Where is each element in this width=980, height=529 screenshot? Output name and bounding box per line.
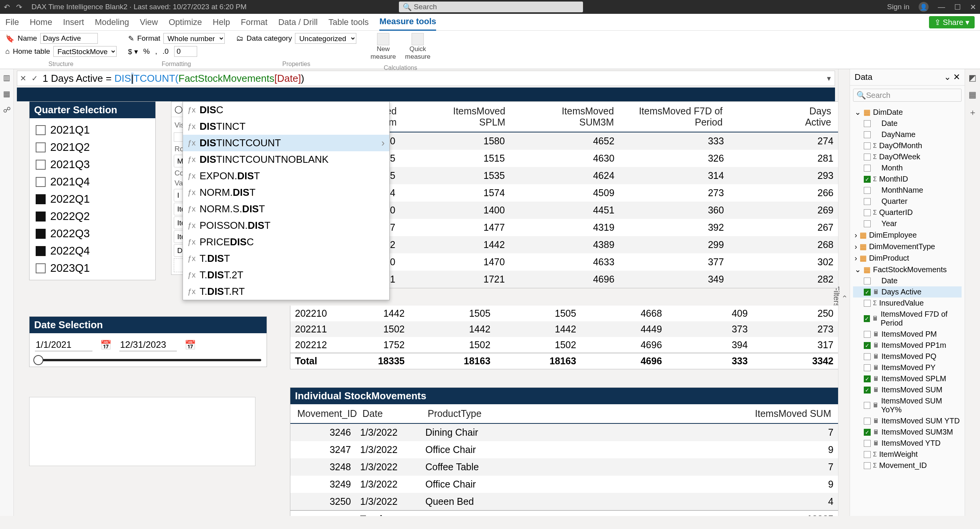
main-matrix-tail-rows[interactable]: 2022101442150515054668409250202211150214…	[290, 306, 838, 369]
checkbox-icon[interactable]	[36, 212, 46, 222]
quarter-item[interactable]: 2022Q2	[30, 208, 155, 225]
checkbox[interactable]	[864, 154, 871, 160]
ribbon-tab-insert[interactable]: Insert	[63, 14, 84, 30]
field-node[interactable]: 🖩ItemsMoved SUM YTD	[853, 415, 962, 427]
quarter-item[interactable]: 2023Q1	[30, 260, 155, 277]
date-to-input[interactable]	[119, 339, 177, 351]
share-button[interactable]: ⇪ Share ▾	[929, 16, 975, 28]
checkbox[interactable]	[864, 353, 871, 360]
checkbox[interactable]	[864, 300, 871, 307]
chevron-down-icon[interactable]: ⌄	[944, 72, 951, 82]
checkbox[interactable]	[864, 198, 871, 205]
decimal-icon[interactable]: .0	[163, 47, 169, 56]
field-node[interactable]: ΣMovement_ID	[853, 460, 962, 471]
table-row[interactable]: 32471/3/2022Office Chair9	[290, 441, 838, 458]
checkbox[interactable]: ✓	[864, 315, 870, 322]
checkbox[interactable]	[864, 220, 871, 227]
individual-movements-visual[interactable]: Individual StockMovements Movement_IDDat…	[290, 387, 838, 516]
field-node[interactable]: ✓🖩ItemsMoved SUM	[853, 384, 962, 395]
viz-type-icon[interactable]	[174, 132, 183, 142]
data-search-input[interactable]: 🔍 Search	[853, 89, 962, 102]
user-avatar-icon[interactable]: 👤	[919, 2, 929, 12]
table-node[interactable]: ⌄▦FactStockMovements	[853, 264, 962, 275]
checkbox[interactable]	[864, 402, 870, 409]
field-node[interactable]: ✓🖩ItemsMoved F7D of Period	[853, 309, 962, 329]
table-row[interactable]: 2022101442150515054668409250	[290, 306, 838, 321]
intellisense-popup[interactable]: ƒxDISCƒxDISTINCTƒxDISTINCTCOUNT›ƒxDISTIN…	[183, 101, 390, 300]
table-row[interactable]: 32481/3/2022Coffee Table7	[290, 458, 838, 476]
column-header[interactable]: ItemsMovedSPLM	[401, 106, 510, 128]
visualizations-icon[interactable]: ◩	[968, 73, 977, 83]
column-header[interactable]: Date	[358, 408, 423, 419]
checkbox[interactable]	[864, 440, 871, 447]
field-node[interactable]: ✓🖩Days Active	[853, 286, 962, 298]
intellisense-item[interactable]: ƒxEXPON.DIST	[183, 168, 389, 184]
date-from-input[interactable]	[35, 339, 92, 351]
field-node[interactable]: ΣItemWeight	[853, 449, 962, 460]
checkbox[interactable]	[864, 278, 871, 284]
checkbox[interactable]	[864, 165, 871, 172]
global-search[interactable]: 🔍 Search	[399, 2, 583, 12]
field-node[interactable]: ✓ΣMonthID	[853, 174, 962, 185]
field-node[interactable]: ΣDayOfWeek	[853, 151, 962, 162]
maximize-icon[interactable]: ☐	[954, 3, 961, 12]
signin-link[interactable]: Sign in	[887, 3, 909, 11]
intellisense-item[interactable]: ƒxDISC	[183, 102, 389, 118]
currency-icon[interactable]: $ ▾	[128, 47, 138, 56]
checkbox[interactable]	[864, 187, 871, 194]
table-view-icon[interactable]: ▦	[3, 89, 10, 98]
percent-icon[interactable]: %	[143, 47, 150, 56]
field-node[interactable]: Date	[853, 118, 962, 129]
quick-measure-button[interactable]: Quick measure	[402, 33, 433, 61]
close-icon[interactable]: ✕	[970, 3, 976, 12]
field-node[interactable]: 🖩ItemsMoved PQ	[853, 351, 962, 362]
checkbox[interactable]: ✓	[864, 387, 871, 393]
format-select[interactable]: Whole number	[163, 33, 225, 44]
checkbox[interactable]	[864, 451, 871, 458]
expand-filters-icon[interactable]: ‹	[841, 295, 850, 298]
commit-formula-icon[interactable]: ✓	[29, 74, 40, 83]
field-node[interactable]: ΣDayOfMonth	[853, 140, 962, 151]
ribbon-tab-home[interactable]: Home	[30, 14, 52, 30]
intellisense-item[interactable]: ƒxNORM.DIST	[183, 184, 389, 201]
empty-visual-placeholder[interactable]	[29, 397, 255, 466]
calendar-icon[interactable]: 📅	[100, 340, 112, 350]
checkbox-icon[interactable]	[36, 229, 46, 239]
quarter-item[interactable]: 2021Q2	[30, 139, 155, 156]
checkbox[interactable]: ✓	[864, 375, 871, 382]
date-slider[interactable]	[35, 359, 261, 361]
table-row[interactable]: 2022121752150215024696394317	[290, 337, 838, 353]
field-node[interactable]: 🖩ItemsMoved PM	[853, 329, 962, 340]
field-node[interactable]: 🖩ItemsMoved SUM YoY%	[853, 395, 962, 415]
checkbox[interactable]: ✓	[864, 289, 871, 296]
model-view-icon[interactable]: ☍	[3, 105, 11, 114]
quarter-item[interactable]: 2021Q1	[30, 121, 155, 139]
field-node[interactable]: ΣQuarterID	[853, 207, 962, 218]
ribbon-tab-measure-tools[interactable]: Measure tools	[379, 13, 436, 31]
table-node[interactable]: ⌄▦DimDate	[853, 106, 962, 118]
intellisense-item[interactable]: ƒxT.DIST.2T	[183, 267, 389, 283]
minimize-icon[interactable]: —	[938, 3, 945, 11]
column-header[interactable]: Movement_ID	[293, 408, 358, 419]
quarter-item[interactable]: 2022Q1	[30, 190, 155, 208]
quarter-item[interactable]: 2022Q3	[30, 225, 155, 242]
data-category-select[interactable]: Uncategorized	[295, 33, 356, 44]
checkbox-icon[interactable]	[36, 160, 46, 170]
checkbox[interactable]	[864, 331, 871, 338]
measure-name-input[interactable]	[40, 33, 98, 44]
checkbox[interactable]	[864, 364, 871, 371]
quarter-item[interactable]: 2022Q4	[30, 242, 155, 260]
checkbox[interactable]	[864, 418, 871, 425]
build-visual-icon[interactable]: ◯	[175, 105, 183, 114]
data-panel[interactable]: Data ⌄ ✕ 🔍 Search ⌄▦DimDateDateDayNameΣD…	[850, 69, 965, 516]
checkbox-icon[interactable]	[36, 194, 46, 204]
date-selection-slicer[interactable]: Date Selection 📅 📅	[29, 316, 267, 367]
redo-icon[interactable]: ↷	[16, 3, 22, 12]
table-node[interactable]: ›▦DimMovementType	[853, 241, 962, 252]
intellisense-item[interactable]: ƒxDISTINCT	[183, 118, 389, 135]
column-header[interactable]: ItemsMoved F7D ofPeriod	[619, 106, 727, 128]
column-header[interactable]: ItemsMovedSUM3M	[510, 106, 618, 128]
expand-icon[interactable]: ›	[855, 242, 857, 251]
field-node[interactable]: Year	[853, 218, 962, 229]
expand-icon[interactable]: ⌄	[855, 265, 861, 274]
